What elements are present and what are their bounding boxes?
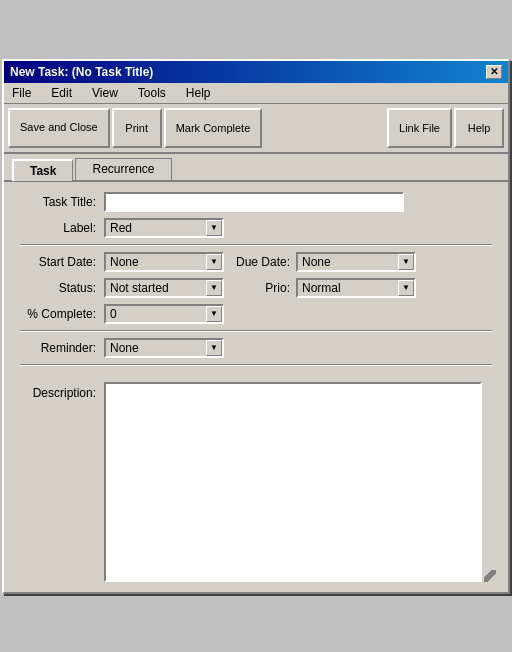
menu-edit[interactable]: Edit [47,85,76,101]
tab-recurrence[interactable]: Recurrence [75,158,171,180]
menu-tools[interactable]: Tools [134,85,170,101]
close-button[interactable]: ✕ [486,65,502,79]
window-title: New Task: (No Task Title) [10,65,153,79]
status-wrapper: Not started In Progress Completed Waitin… [104,278,224,298]
percent-label: % Complete: [16,307,104,321]
main-window: New Task: (No Task Title) ✕ File Edit Vi… [2,59,510,594]
reminder-wrapper: None 0 minutes 5 minutes 15 minutes 30 m… [104,338,224,358]
description-label: Description: [16,382,104,400]
print-button[interactable]: Print [112,108,162,148]
description-area: Description: [4,382,508,592]
start-date-wrapper: None Today Tomorrow ▼ [104,252,224,272]
prio-select[interactable]: Normal High Low [296,278,416,298]
task-title-label: Task Title: [16,195,104,209]
prio-label: Prio: [236,281,296,295]
save-close-button[interactable]: Save and Close [8,108,110,148]
menu-view[interactable]: View [88,85,122,101]
description-row: Description: [16,382,496,582]
reminder-row: Reminder: None 0 minutes 5 minutes 15 mi… [16,338,496,358]
percent-row: % Complete: 0 25 50 75 100 ▼ [16,304,496,324]
status-label: Status: [16,281,104,295]
tab-task[interactable]: Task [12,159,73,181]
prio-wrapper: Normal High Low ▼ [296,278,416,298]
percent-select[interactable]: 0 25 50 75 100 [104,304,224,324]
toolbar: Save and Close Print Mark Complete Link … [4,104,508,154]
resize-handle-icon [484,570,496,582]
start-date-select[interactable]: None Today Tomorrow [104,252,224,272]
mark-complete-button[interactable]: Mark Complete [164,108,263,148]
status-select[interactable]: Not started In Progress Completed Waitin… [104,278,224,298]
label-select-wrapper: Red None Blue Yellow Green ▼ [104,218,224,238]
title-bar: New Task: (No Task Title) ✕ [4,61,508,83]
help-button[interactable]: Help [454,108,504,148]
reminder-select[interactable]: None 0 minutes 5 minutes 15 minutes 30 m… [104,338,224,358]
task-title-input[interactable] [104,192,404,212]
divider-2 [20,330,492,332]
due-date-wrapper: None Today Tomorrow ▼ [296,252,416,272]
label-row: Label: Red None Blue Yellow Green ▼ [16,218,496,238]
divider-3 [20,364,492,366]
due-date-label: Due Date: [236,255,296,269]
due-date-select[interactable]: None Today Tomorrow [296,252,416,272]
menu-bar: File Edit View Tools Help [4,83,508,104]
label-label: Label: [16,221,104,235]
description-input[interactable] [104,382,482,582]
tab-bar: Task Recurrence [4,154,508,182]
menu-file[interactable]: File [8,85,35,101]
divider-1 [20,244,492,246]
form-area: Task Title: Label: Red None Blue Yellow … [4,182,508,382]
link-file-button[interactable]: Link File [387,108,452,148]
date-row: Start Date: None Today Tomorrow ▼ Due Da… [16,252,496,272]
menu-help[interactable]: Help [182,85,215,101]
percent-wrapper: 0 25 50 75 100 ▼ [104,304,224,324]
task-title-row: Task Title: [16,192,496,212]
label-select[interactable]: Red None Blue Yellow Green [104,218,224,238]
reminder-label: Reminder: [16,341,104,355]
status-row: Status: Not started In Progress Complete… [16,278,496,298]
start-date-label: Start Date: [16,255,104,269]
